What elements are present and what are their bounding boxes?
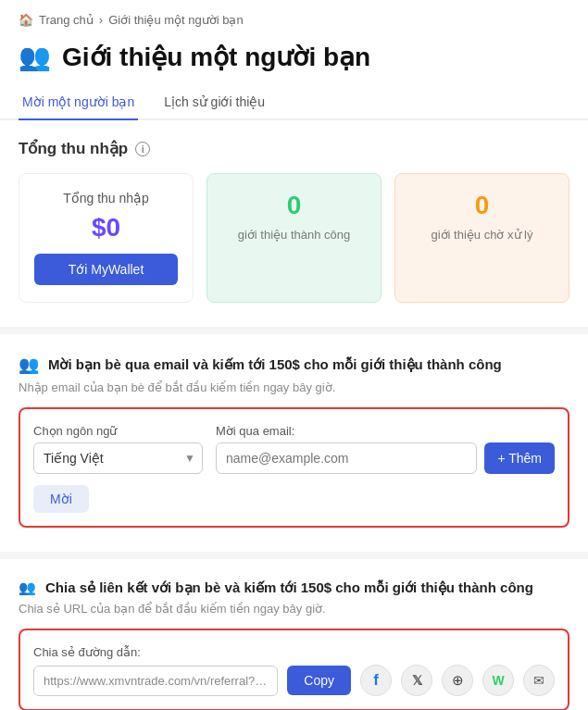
stat-card-total: Tổng thu nhập $0 Tới MyWallet: [19, 173, 194, 303]
share-link-section: 👥 Chia sẻ liên kết với bạn bè và kiếm tớ…: [0, 565, 588, 710]
share-heading-icon: 👥: [19, 579, 36, 596]
breadcrumb-home[interactable]: Trang chủ: [39, 13, 94, 27]
stat-sublabel-pending: giới thiệu chờ xử lý: [431, 228, 532, 242]
page-header: 👥 Giới thiệu một người bạn: [0, 36, 588, 87]
share-link-box: Chia sẻ đường dẫn: Copy f 𝕏 ⊕ W ✉: [19, 629, 569, 710]
lang-select[interactable]: Tiếng Việt English: [33, 442, 203, 474]
email-invite-sub: Nhập email của bạn bè để bắt đầu kiếm ti…: [19, 380, 569, 394]
stat-value-pending: 0: [475, 191, 490, 220]
email-invite-heading: 👥 Mời bạn bè qua email và kiếm tới 150$ …: [19, 355, 569, 375]
stat-card-pending: 0 giới thiệu chờ xử lý: [394, 173, 569, 303]
lang-group: Chọn ngôn ngữ Tiếng Việt English ▼: [33, 424, 203, 474]
stat-card-success: 0 giới thiệu thành công: [206, 173, 382, 303]
page-title: Giới thiệu một người bạn: [62, 42, 370, 72]
twitter-icon[interactable]: 𝕏: [401, 665, 432, 696]
email-label: Mời qua email:: [216, 424, 555, 438]
stat-value-total: $0: [92, 213, 120, 243]
breadcrumb-current: Giới thiệu một người bạn: [108, 13, 244, 27]
tab-history[interactable]: Lịch sử giới thiệu: [160, 87, 269, 120]
share-link-input[interactable]: [33, 666, 278, 696]
share-link-row: Copy f 𝕏 ⊕ W ✉: [33, 665, 555, 696]
section-title-income: Tổng thu nhập i: [19, 139, 569, 158]
form-row: Chọn ngôn ngữ Tiếng Việt English ▼ Mời q…: [33, 424, 555, 474]
stat-label-total: Tổng thu nhập: [63, 191, 149, 206]
social-icons: f 𝕏 ⊕ W ✉: [360, 665, 555, 696]
messenger-icon[interactable]: ⊕: [442, 665, 473, 696]
stat-value-success: 0: [287, 191, 302, 220]
lang-label: Chọn ngôn ngữ: [33, 424, 203, 438]
tab-bar: Mời một người bạn Lịch sử giới thiệu: [0, 87, 588, 120]
breadcrumb: 🏠 Trang chủ › Giới thiệu một người bạn: [0, 0, 588, 36]
wallet-button[interactable]: Tới MyWallet: [34, 254, 178, 285]
email-invite-form: Chọn ngôn ngữ Tiếng Việt English ▼ Mời q…: [19, 407, 569, 528]
whatsapp-icon[interactable]: W: [482, 665, 514, 696]
facebook-icon[interactable]: f: [360, 665, 392, 696]
info-icon[interactable]: i: [135, 142, 150, 156]
stats-row: Tổng thu nhập $0 Tới MyWallet 0 giới thi…: [19, 173, 569, 303]
breadcrumb-sep: ›: [99, 13, 103, 27]
email-input-row: + Thêm: [216, 442, 555, 474]
share-heading: 👥 Chia sẻ liên kết với bạn bè và kiếm tớ…: [19, 579, 569, 596]
email-share-icon[interactable]: ✉: [523, 665, 555, 696]
divider-1: [0, 327, 588, 334]
add-button[interactable]: + Thêm: [484, 442, 555, 474]
stat-sublabel-success: giới thiệu thành công: [238, 228, 351, 242]
invite-button[interactable]: Mời: [33, 485, 89, 513]
share-label: Chia sẻ đường dẫn:: [33, 645, 555, 659]
home-icon: 🏠: [19, 13, 33, 27]
copy-button[interactable]: Copy: [287, 666, 351, 695]
email-group: Mời qua email: + Thêm: [216, 424, 555, 474]
divider-2: [0, 552, 588, 559]
lang-select-wrapper: Tiếng Việt English ▼: [33, 442, 203, 474]
email-invite-section: 👥 Mời bạn bè qua email và kiếm tới 150$ …: [0, 340, 588, 546]
share-sub: Chia sẻ URL của bạn để bắt đầu kiếm tiền…: [19, 602, 569, 616]
email-field[interactable]: [216, 442, 477, 474]
invite-heading-icon: 👥: [19, 355, 39, 375]
tab-invite[interactable]: Mời một người bạn: [19, 87, 138, 120]
total-income-section: Tổng thu nhập i Tổng thu nhập $0 Tới MyW…: [0, 120, 588, 321]
page-icon: 👥: [19, 42, 51, 72]
